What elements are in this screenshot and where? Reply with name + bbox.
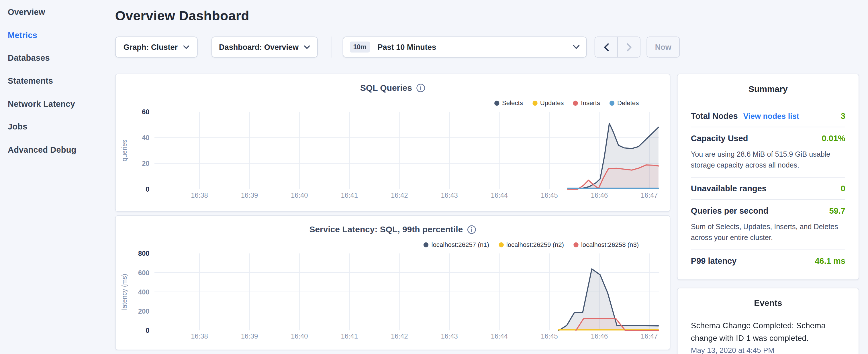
event-message: Schema Change Completed: Schema change w… [691, 319, 845, 345]
dashboard-dropdown[interactable]: Dashboard: Overview [212, 36, 318, 57]
svg-text:latency (ms): latency (ms) [121, 274, 128, 310]
svg-text:16:41: 16:41 [341, 332, 358, 340]
summary-title: Summary [691, 84, 845, 94]
svg-text:200: 200 [138, 307, 150, 315]
total-nodes-label: Total Nodes [691, 111, 738, 121]
svg-text:16:42: 16:42 [391, 191, 408, 199]
svg-text:600: 600 [138, 269, 150, 277]
sidebar-item-jobs[interactable]: Jobs [0, 115, 108, 138]
qps-label: Queries per second [691, 206, 769, 215]
svg-text:queries: queries [121, 139, 128, 161]
svg-text:16:45: 16:45 [541, 191, 558, 199]
sidebar-item-advanced-debug[interactable]: Advanced Debug [0, 138, 108, 161]
summary-section-unavailable: Unavailable ranges 0 [691, 178, 845, 200]
svg-text:16:40: 16:40 [291, 191, 308, 199]
svg-text:16:41: 16:41 [341, 191, 358, 199]
svg-text:16:40: 16:40 [291, 332, 308, 340]
unavailable-ranges-label: Unavailable ranges [691, 184, 767, 193]
sidebar-item-databases[interactable]: Databases [0, 46, 108, 69]
divider [332, 36, 332, 57]
svg-text:16:47: 16:47 [641, 191, 658, 199]
sidebar-item-statements[interactable]: Statements [0, 69, 108, 92]
time-forward-button[interactable] [618, 37, 640, 57]
svg-text:16:46: 16:46 [591, 191, 608, 199]
total-nodes-value: 3 [841, 111, 845, 121]
svg-text:16:38: 16:38 [191, 191, 208, 199]
summary-section-total-nodes: Total Nodes View nodes list 3 [691, 105, 845, 127]
svg-text:40: 40 [142, 134, 149, 141]
sql-queries-chart[interactable]: 16:3816:3916:4016:4116:4216:4316:4416:45… [116, 74, 670, 212]
capacity-used-description: You are using 28.6 MiB of 515.9 GiB usab… [691, 149, 845, 177]
chevron-down-icon [573, 45, 580, 49]
sidebar-item-metrics[interactable]: Metrics [0, 24, 108, 46]
sidebar-item-network-latency[interactable]: Network Latency [0, 92, 108, 115]
p99-latency-value: 46.1 ms [815, 256, 845, 265]
service-latency-chart[interactable]: 16:3816:3916:4016:4116:4216:4316:4416:45… [116, 216, 670, 349]
capacity-used-value: 0.01% [822, 133, 845, 143]
sql-queries-card: SQL Queries SelectsUpdatesInsertsDeletes… [115, 74, 671, 212]
time-back-button[interactable] [595, 37, 617, 57]
svg-text:800: 800 [138, 250, 150, 257]
svg-text:16:39: 16:39 [241, 191, 258, 199]
controls-bar: Graph: Cluster Dashboard: Overview 10m P… [115, 36, 680, 57]
svg-text:16:44: 16:44 [491, 191, 508, 199]
svg-text:20: 20 [142, 160, 149, 167]
time-pager [595, 36, 641, 57]
svg-text:16:47: 16:47 [641, 332, 658, 340]
summary-section-capacity: Capacity Used 0.01% You are using 28.6 M… [691, 127, 845, 178]
svg-text:16:43: 16:43 [441, 191, 458, 199]
time-range-label: Past 10 Minutes [378, 43, 436, 52]
svg-text:60: 60 [142, 108, 149, 116]
unavailable-ranges-value: 0 [841, 184, 845, 193]
qps-description: Sum of Selects, Updates, Inserts, and De… [691, 221, 845, 250]
chevron-down-icon [304, 45, 310, 49]
chevron-left-icon [604, 43, 609, 51]
svg-text:16:46: 16:46 [591, 332, 608, 340]
summary-section-p99: P99 latency 46.1 ms [691, 250, 845, 271]
svg-text:400: 400 [138, 288, 150, 296]
chevron-down-icon [183, 45, 189, 49]
svg-text:16:44: 16:44 [491, 332, 508, 340]
svg-text:16:43: 16:43 [441, 332, 458, 340]
dashboard-dropdown-label: Dashboard: Overview [219, 43, 299, 52]
events-title: Events [691, 298, 845, 308]
svg-text:0: 0 [146, 326, 149, 334]
summary-panel: Summary Total Nodes View nodes list 3 Ca… [677, 74, 859, 280]
graph-dropdown[interactable]: Graph: Cluster [115, 36, 198, 57]
sidebar-item-overview[interactable]: Overview [0, 1, 108, 24]
svg-text:0: 0 [146, 185, 149, 193]
sidebar: OverviewMetricsDatabasesStatementsNetwor… [0, 0, 108, 354]
svg-text:16:45: 16:45 [541, 332, 558, 340]
event-list-item: Schema Change Completed: Schema change w… [691, 319, 845, 354]
capacity-used-label: Capacity Used [691, 133, 748, 143]
service-latency-card: Service Latency: SQL, 99th percentile lo… [115, 215, 671, 350]
app-root: OverviewMetricsDatabasesStatementsNetwor… [0, 0, 868, 354]
chevron-right-icon [626, 43, 631, 51]
summary-section-qps: Queries per second 59.7 Sum of Selects, … [691, 200, 845, 250]
events-panel: Events Schema Change Completed: Schema c… [677, 288, 859, 354]
qps-value: 59.7 [829, 206, 845, 215]
p99-latency-label: P99 latency [691, 256, 737, 265]
event-timestamp: May 13, 2020 at 4:45 PM [691, 346, 845, 354]
time-range-badge: 10m [350, 41, 370, 53]
view-nodes-list-link[interactable]: View nodes list [743, 112, 799, 121]
time-range-selector[interactable]: 10m Past 10 Minutes [343, 36, 587, 57]
now-button[interactable]: Now [647, 36, 680, 57]
svg-text:16:38: 16:38 [191, 332, 208, 340]
page-title: Overview Dashboard [115, 8, 249, 24]
graph-dropdown-label: Graph: Cluster [124, 43, 178, 52]
svg-text:16:42: 16:42 [391, 332, 408, 340]
svg-text:16:39: 16:39 [241, 332, 258, 340]
